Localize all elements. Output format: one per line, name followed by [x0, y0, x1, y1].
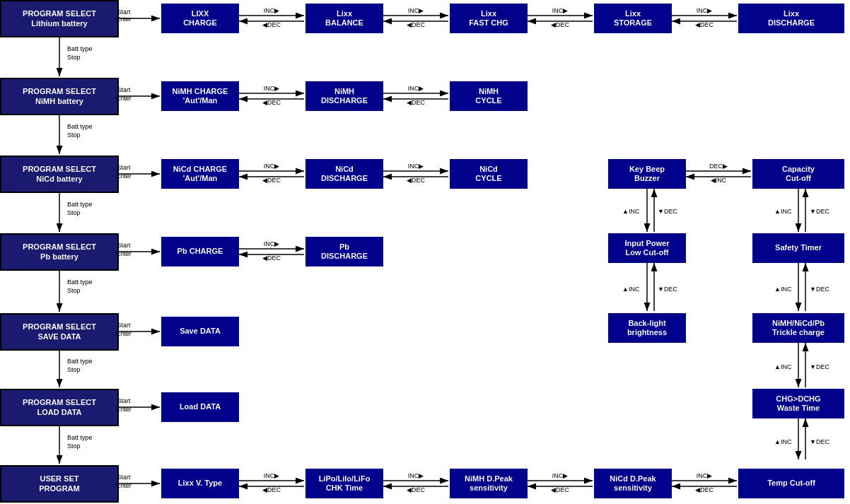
nicd-cycle: NiCdCYCLE	[450, 159, 528, 189]
nicd-charge: NiCd CHARGE'Aut'/Man	[161, 159, 239, 189]
svg-text:◀DEC: ◀DEC	[407, 99, 426, 106]
svg-text:◀DEC: ◀DEC	[407, 177, 426, 184]
nimh-nicd-pb-trickle: NiMH/NiCd/PbTrickle charge	[752, 313, 844, 343]
svg-text:◀DEC: ◀DEC	[407, 21, 426, 28]
svg-text:Batt type: Batt type	[67, 123, 93, 130]
svg-text:▼DEC: ▼DEC	[810, 363, 829, 370]
svg-text:INC▶: INC▶	[408, 7, 424, 14]
svg-text:Stop: Stop	[67, 443, 81, 450]
prog-nicd: PROGRAM SELECT NiCd battery	[0, 156, 119, 193]
lixx-fastchg: LixxFAST CHG	[450, 4, 528, 33]
svg-text:Batt type: Batt type	[67, 358, 93, 365]
svg-text:◀DEC: ◀DEC	[695, 21, 714, 28]
prog-pb: PROGRAM SELECT Pb battery	[0, 233, 119, 271]
svg-text:Batt type: Batt type	[67, 279, 93, 286]
lixx-vtype: Lixx V. Type	[161, 469, 239, 498]
svg-text:◀DEC: ◀DEC	[407, 486, 426, 493]
temp-cutoff: Temp Cut-off	[738, 469, 844, 498]
svg-text:▼DEC: ▼DEC	[658, 208, 677, 215]
svg-text:Start: Start	[117, 86, 131, 93]
lixx-balance: LixxBALANCE	[305, 4, 383, 33]
svg-text:▼DEC: ▼DEC	[810, 208, 829, 215]
svg-text:INC▶: INC▶	[552, 472, 569, 479]
lixx-discharge: LixxDISCHARGE	[738, 4, 844, 33]
svg-text:◀DEC: ◀DEC	[262, 99, 281, 106]
svg-text:Start: Start	[117, 164, 131, 171]
svg-text:INC▶: INC▶	[408, 472, 424, 479]
svg-text:▲INC: ▲INC	[622, 208, 640, 215]
chg-dchg-waste: CHG>DCHGWaste Time	[752, 389, 844, 418]
svg-text:INC▶: INC▶	[408, 85, 424, 92]
svg-text:INC▶: INC▶	[552, 7, 569, 14]
svg-text:◀DEC: ◀DEC	[262, 21, 281, 28]
svg-text:INC▶: INC▶	[264, 163, 280, 170]
svg-text:INC▶: INC▶	[264, 240, 280, 247]
capacity-cutoff: CapacityCut-off	[752, 159, 844, 189]
svg-text:◀DEC: ◀DEC	[262, 486, 281, 493]
svg-text:INC▶: INC▶	[697, 7, 713, 14]
svg-text:DEC▶: DEC▶	[709, 163, 728, 170]
svg-text:Start: Start	[117, 242, 131, 249]
svg-text:▼DEC: ▼DEC	[810, 286, 829, 293]
svg-text:▲INC: ▲INC	[774, 438, 792, 445]
svg-text:▲INC: ▲INC	[774, 286, 792, 293]
diagram: PROGRAM SELECT Lithium battery LIXXCHARG…	[0, 0, 850, 504]
svg-text:Stop: Stop	[67, 287, 81, 294]
nicd-discharge: NiCdDISCHARGE	[305, 159, 383, 189]
svg-text:◀DEC: ◀DEC	[262, 254, 281, 262]
svg-text:▲INC: ▲INC	[774, 208, 792, 215]
lixx-storage: LixxSTORAGE	[594, 4, 672, 33]
prog-nimh: PROGRAM SELECT NiMH battery	[0, 78, 119, 115]
pb-charge: Pb CHARGE	[161, 237, 239, 266]
lipo-chk-time: LiPo/Lilo/LiFoCHK Time	[305, 469, 383, 498]
svg-text:▲INC: ▲INC	[622, 286, 640, 293]
svg-text:Start: Start	[117, 474, 131, 481]
prog-load: PROGRAM SELECT LOAD DATA	[0, 389, 119, 426]
svg-text:INC▶: INC▶	[264, 472, 280, 479]
svg-text:Batt type: Batt type	[67, 201, 93, 208]
svg-text:◀INC: ◀INC	[711, 177, 727, 184]
svg-text:INC▶: INC▶	[264, 85, 280, 92]
svg-text:Stop: Stop	[67, 209, 81, 216]
save-data: Save DATA	[161, 317, 239, 346]
svg-text:Stop: Stop	[67, 54, 81, 61]
backlight-brightness: Back-lightbrightness	[608, 313, 686, 343]
svg-text:◀DEC: ◀DEC	[551, 486, 570, 493]
svg-text:Stop: Stop	[67, 366, 81, 373]
arrows-overlay: Start Enter INC▶ ◀DEC INC▶ ◀DEC INC▶ ◀DE…	[0, 0, 850, 504]
nimh-discharge: NiMHDISCHARGE	[305, 81, 383, 111]
svg-text:◀DEC: ◀DEC	[551, 21, 570, 28]
input-power-low-cutoff: Input PowerLow Cut-off	[608, 233, 686, 263]
svg-text:INC▶: INC▶	[264, 7, 280, 14]
svg-text:INC▶: INC▶	[697, 472, 713, 479]
key-beep-buzzer: Key BeepBuzzer	[608, 159, 686, 189]
load-data: Load DATA	[161, 392, 239, 422]
svg-text:INC▶: INC▶	[408, 163, 424, 170]
prog-lithium: PROGRAM SELECT Lithium battery	[0, 0, 119, 37]
svg-text:Start: Start	[117, 8, 131, 16]
nimh-charge: NiMH CHARGE'Aut'/Man	[161, 81, 239, 111]
prog-save: PROGRAM SELECT SAVE DATA	[0, 313, 119, 351]
svg-text:▲INC: ▲INC	[774, 363, 792, 370]
nicd-dpeak: NiCd D.Peaksensitivity	[594, 469, 672, 498]
svg-text:Batt type: Batt type	[67, 434, 93, 441]
svg-text:Start: Start	[117, 322, 131, 329]
svg-text:Batt type: Batt type	[67, 45, 93, 52]
lixx-charge: LIXXCHARGE	[161, 4, 239, 33]
nimh-dpeak: NiMH D.Peaksensitivity	[450, 469, 528, 498]
prog-user: USER SET PROGRAM	[0, 465, 119, 503]
svg-text:◀DEC: ◀DEC	[262, 177, 281, 184]
svg-text:▼DEC: ▼DEC	[658, 286, 677, 293]
svg-text:Start: Start	[117, 397, 131, 404]
safety-timer: Safety Timer	[752, 233, 844, 263]
svg-text:▼DEC: ▼DEC	[810, 438, 829, 445]
nimh-cycle: NiMHCYCLE	[450, 81, 528, 111]
svg-text:◀DEC: ◀DEC	[695, 486, 714, 493]
svg-text:Stop: Stop	[67, 131, 81, 139]
pb-discharge: PbDISCHARGE	[305, 237, 383, 266]
